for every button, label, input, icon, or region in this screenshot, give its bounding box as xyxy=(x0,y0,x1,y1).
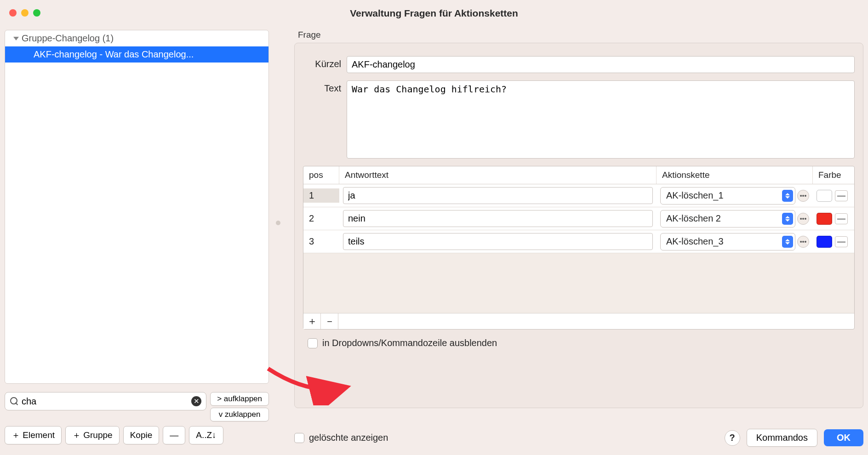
tree-group-label: Gruppe-Changelog (1) xyxy=(22,33,114,44)
kuerzel-label: Kürzel xyxy=(303,56,347,69)
chain-value: AK-löschen 2 xyxy=(666,213,721,224)
answers-table: pos Antworttext Aktionskette Farbe 1 AK-… xyxy=(303,166,855,330)
section-label: Frage xyxy=(298,30,863,40)
chain-more-button[interactable]: ••• xyxy=(797,236,809,248)
show-deleted-checkbox[interactable] xyxy=(294,433,304,443)
table-row[interactable]: 2 AK-löschen 2 ••• — xyxy=(303,207,854,230)
detail-panel: Frage Kürzel Text pos Antworttext Aktion… xyxy=(276,30,863,450)
updown-icon xyxy=(782,236,793,248)
chain-select[interactable]: AK-löschen_1 xyxy=(660,187,795,205)
tree-view[interactable]: Gruppe-Changelog (1) AKF-changelog - War… xyxy=(5,30,269,384)
chain-value: AK-löschen_1 xyxy=(666,190,724,201)
show-deleted-label: gelöschte anzeigen xyxy=(309,432,388,443)
sidebar: Gruppe-Changelog (1) AKF-changelog - War… xyxy=(5,30,276,450)
row-remove-button[interactable]: — xyxy=(835,190,848,201)
color-swatch[interactable] xyxy=(817,190,832,202)
chain-select[interactable]: AK-löschen_3 xyxy=(660,233,795,250)
help-button[interactable]: ? xyxy=(725,430,740,446)
cell-pos: 3 xyxy=(303,234,339,249)
table-row[interactable]: 3 AK-löschen_3 ••• — xyxy=(303,230,854,253)
chain-value: AK-löschen_3 xyxy=(666,236,724,247)
collapse-all-button[interactable]: v zuklappen xyxy=(210,408,269,421)
col-header-pos: pos xyxy=(303,166,339,184)
search-box[interactable]: ✕ xyxy=(5,392,206,410)
splitter-handle[interactable] xyxy=(276,221,280,225)
table-row[interactable]: 1 AK-löschen_1 ••• — xyxy=(303,184,854,207)
tree-item-selected[interactable]: AKF-changelog - War das Changelog... xyxy=(5,46,268,63)
table-footer: ＋ － xyxy=(303,313,854,329)
chevron-down-icon xyxy=(13,37,19,40)
text-textarea[interactable] xyxy=(347,80,855,159)
clear-search-button[interactable]: ✕ xyxy=(191,396,201,406)
hide-checkbox[interactable] xyxy=(308,338,318,348)
row-remove-button[interactable]: — xyxy=(835,236,848,247)
answer-input[interactable] xyxy=(343,233,653,250)
search-icon xyxy=(10,397,19,406)
col-header-chain: Aktionskette xyxy=(657,166,813,184)
remove-row-button[interactable]: － xyxy=(321,313,338,329)
answer-input[interactable] xyxy=(343,187,653,204)
answer-input[interactable] xyxy=(343,210,653,227)
window-title: Verwaltung Fragen für Aktionsketten xyxy=(0,8,868,19)
kuerzel-input[interactable] xyxy=(347,56,855,73)
table-empty-area xyxy=(303,253,854,313)
updown-icon xyxy=(782,190,793,202)
color-swatch[interactable] xyxy=(817,213,832,225)
ok-button[interactable]: OK xyxy=(824,429,863,446)
table-header: pos Antworttext Aktionskette Farbe xyxy=(303,166,854,184)
row-remove-button[interactable]: — xyxy=(835,213,848,224)
color-swatch[interactable] xyxy=(817,236,832,248)
search-input[interactable] xyxy=(22,396,191,407)
kommandos-button[interactable]: Kommandos xyxy=(747,429,817,447)
chain-more-button[interactable]: ••• xyxy=(797,190,809,202)
chain-more-button[interactable]: ••• xyxy=(797,213,809,225)
add-row-button[interactable]: ＋ xyxy=(303,313,321,329)
col-header-answer: Antworttext xyxy=(339,166,657,184)
cell-pos: 1 xyxy=(303,188,339,203)
updown-icon xyxy=(782,213,793,225)
chain-select[interactable]: AK-löschen 2 xyxy=(660,210,795,228)
hide-checkbox-label: in Dropdowns/Kommandozeile ausblenden xyxy=(322,338,497,348)
expand-all-button[interactable]: > aufklappen xyxy=(210,392,269,406)
col-header-color: Farbe xyxy=(813,166,854,184)
text-label: Text xyxy=(303,80,347,94)
tree-group[interactable]: Gruppe-Changelog (1) xyxy=(5,30,268,46)
cell-pos: 2 xyxy=(303,211,339,226)
